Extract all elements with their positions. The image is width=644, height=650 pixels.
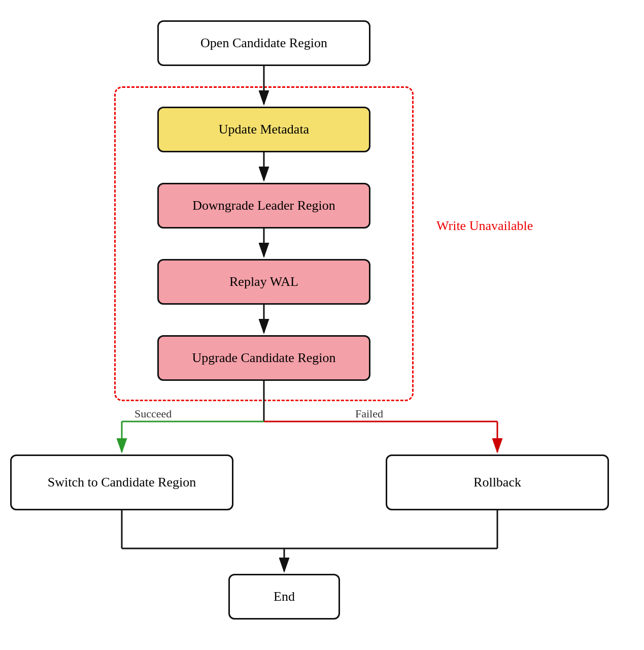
svg-text:Succeed: Succeed — [134, 407, 172, 420]
diagram: Write Unavailable Open Candidate Region … — [0, 0, 644, 650]
node-downgrade-leader: Downgrade Leader Region — [157, 183, 370, 229]
svg-text:Failed: Failed — [355, 407, 383, 420]
node-end: End — [228, 574, 340, 620]
arrows-svg: Succeed Failed — [0, 0, 644, 650]
node-rollback: Rollback — [386, 454, 609, 510]
write-unavailable-label: Write Unavailable — [436, 218, 533, 234]
node-upgrade-candidate: Upgrade Candidate Region — [157, 335, 370, 381]
node-replay-wal: Replay WAL — [157, 259, 370, 305]
node-update-metadata: Update Metadata — [157, 107, 370, 152]
node-open-candidate: Open Candidate Region — [157, 20, 370, 66]
node-switch-candidate: Switch to Candidate Region — [10, 454, 233, 510]
